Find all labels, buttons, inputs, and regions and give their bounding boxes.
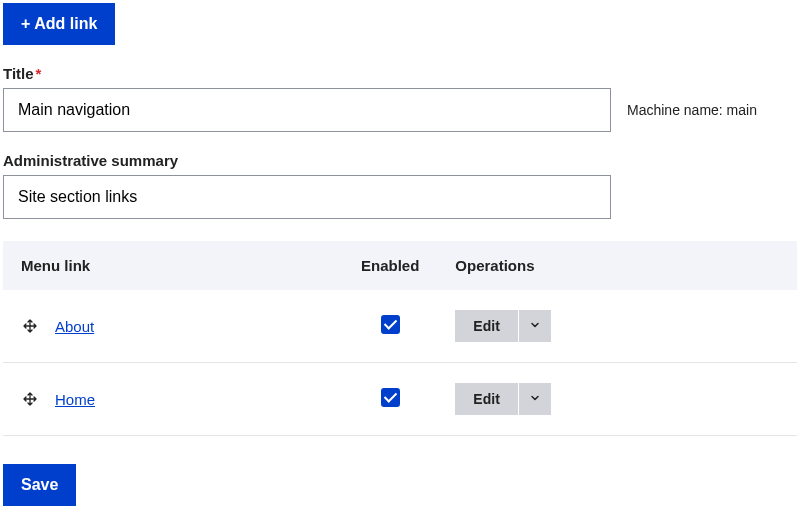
chevron-down-icon <box>529 319 541 334</box>
ops-dropdown-toggle[interactable] <box>518 310 551 342</box>
drag-handle-icon[interactable] <box>21 390 39 408</box>
title-input[interactable] <box>3 88 611 132</box>
th-operations: Operations <box>437 241 797 290</box>
drag-handle-icon[interactable] <box>21 317 39 335</box>
table-row: About Edit <box>3 290 797 363</box>
machine-name-value: main <box>727 102 757 118</box>
table-row: Home Edit <box>3 363 797 436</box>
edit-button[interactable]: Edit <box>455 310 517 342</box>
th-menu-link: Menu link <box>3 241 343 290</box>
th-enabled: Enabled <box>343 241 437 290</box>
add-link-button[interactable]: + Add link <box>3 3 115 45</box>
title-label-text: Title <box>3 65 34 82</box>
admin-summary-label: Administrative summary <box>3 152 797 169</box>
required-marker: * <box>36 65 42 82</box>
menu-link-item[interactable]: About <box>55 318 94 335</box>
admin-summary-field: Administrative summary <box>3 152 797 219</box>
menu-link-item[interactable]: Home <box>55 391 95 408</box>
menu-links-table: Menu link Enabled Operations About <box>3 241 797 436</box>
edit-button[interactable]: Edit <box>455 383 517 415</box>
title-field: Title* Machine name: main <box>3 65 797 132</box>
enabled-checkbox[interactable] <box>381 388 400 407</box>
title-label: Title* <box>3 65 797 82</box>
machine-name-text: Machine name: main <box>627 102 757 118</box>
machine-name-prefix: Machine name: <box>627 102 727 118</box>
admin-summary-input[interactable] <box>3 175 611 219</box>
enabled-checkbox[interactable] <box>381 315 400 334</box>
save-button[interactable]: Save <box>3 464 76 506</box>
chevron-down-icon <box>529 392 541 407</box>
ops-dropdown-toggle[interactable] <box>518 383 551 415</box>
